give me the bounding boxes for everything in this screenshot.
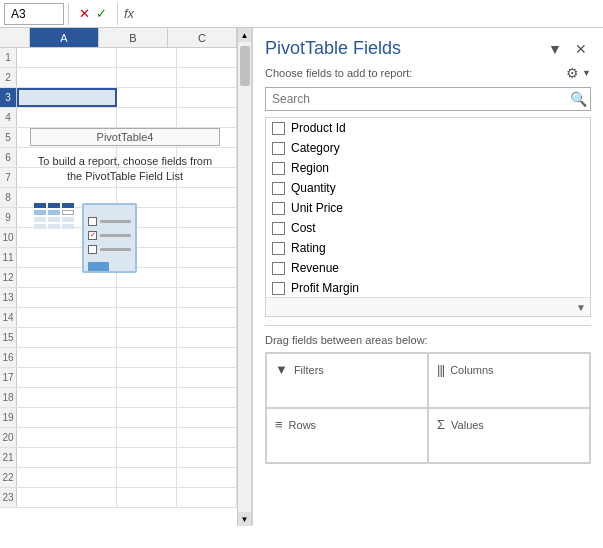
field-checkbox-category[interactable] — [272, 142, 285, 155]
rows-area: 1 2 3 — [0, 48, 237, 526]
cell-c2[interactable] — [177, 68, 237, 87]
field-item-cost[interactable]: Cost — [266, 218, 590, 238]
cell-b13[interactable] — [117, 288, 177, 307]
rows-label: Rows — [289, 419, 317, 431]
cell-b21[interactable] — [117, 448, 177, 467]
field-item-rating[interactable]: Rating — [266, 238, 590, 258]
cell-a19[interactable] — [17, 408, 117, 427]
cell-b22[interactable] — [117, 468, 177, 487]
field-checkbox-rating[interactable] — [272, 242, 285, 255]
scroll-down-arrow[interactable]: ▼ — [238, 512, 252, 526]
panel-header: PivotTable Fields ▼ ✕ — [253, 28, 603, 65]
cell-reference-box[interactable]: A3 — [4, 3, 64, 25]
field-label-region: Region — [291, 161, 329, 175]
vertical-scrollbar[interactable]: ▲ ▼ — [237, 28, 251, 526]
drop-zone-filters[interactable]: ▼ Filters — [266, 353, 428, 408]
scroll-thumb[interactable] — [240, 46, 250, 86]
cell-a18[interactable] — [17, 388, 117, 407]
field-item-product-id[interactable]: Product Id — [266, 118, 590, 138]
scroll-up-arrow[interactable]: ▲ — [238, 28, 252, 42]
gear-button[interactable]: ⚙ ▼ — [566, 65, 591, 81]
cell-c15[interactable] — [177, 328, 237, 347]
table-row: 1 — [0, 48, 237, 68]
field-checkbox-region[interactable] — [272, 162, 285, 175]
cell-c21[interactable] — [177, 448, 237, 467]
cell-a1[interactable] — [17, 48, 117, 67]
cell-b15[interactable] — [117, 328, 177, 347]
field-item-profit-margin[interactable]: Profit Margin — [266, 278, 590, 298]
doc-check-line — [100, 248, 131, 251]
field-item-quantity[interactable]: Quantity — [266, 178, 590, 198]
cell-b1[interactable] — [117, 48, 177, 67]
cell-c16[interactable] — [177, 348, 237, 367]
cell-b2[interactable] — [117, 68, 177, 87]
collapse-button[interactable]: ▼ — [545, 39, 565, 59]
cell-a2[interactable] — [17, 68, 117, 87]
cell-b3[interactable] — [117, 88, 177, 107]
columns-label: Columns — [450, 364, 493, 376]
drop-zone-columns[interactable]: ||| Columns — [428, 353, 590, 408]
cell-c1[interactable] — [177, 48, 237, 67]
field-checkbox-product-id[interactable] — [272, 122, 285, 135]
table-row: 17 — [0, 368, 237, 388]
cell-a14[interactable] — [17, 308, 117, 327]
field-checkbox-quantity[interactable] — [272, 182, 285, 195]
list-scroll-down[interactable]: ▼ — [266, 297, 590, 316]
cell-b4[interactable] — [117, 108, 177, 127]
cell-c17[interactable] — [177, 368, 237, 387]
cell-a3[interactable] — [17, 88, 117, 107]
field-checkbox-profit-margin[interactable] — [272, 282, 285, 295]
cell-a13[interactable] — [17, 288, 117, 307]
scroll-track[interactable] — [238, 42, 252, 512]
cancel-icon[interactable]: ✕ — [79, 6, 90, 21]
cell-a15[interactable] — [17, 328, 117, 347]
cell-c23[interactable] — [177, 488, 237, 507]
field-item-region[interactable]: Region — [266, 158, 590, 178]
drop-zone-rows[interactable]: ≡ Rows — [266, 408, 428, 463]
cell-b20[interactable] — [117, 428, 177, 447]
drop-zones: ▼ Filters ||| Columns ≡ Rows — [265, 352, 591, 464]
table-row: 22 — [0, 468, 237, 488]
cell-c13[interactable] — [177, 288, 237, 307]
field-checkbox-cost[interactable] — [272, 222, 285, 235]
cell-c3[interactable] — [177, 88, 237, 107]
cell-c20[interactable] — [177, 428, 237, 447]
search-input[interactable] — [266, 92, 566, 106]
cell-a17[interactable] — [17, 368, 117, 387]
col-header-c[interactable]: C — [168, 28, 237, 47]
cell-c19[interactable] — [177, 408, 237, 427]
cell-c4[interactable] — [177, 108, 237, 127]
cell-a22[interactable] — [17, 468, 117, 487]
field-item-revenue[interactable]: Revenue — [266, 258, 590, 278]
cell-b18[interactable] — [117, 388, 177, 407]
close-button[interactable]: ✕ — [571, 39, 591, 59]
cell-b23[interactable] — [117, 488, 177, 507]
col-header-b[interactable]: B — [99, 28, 168, 47]
table-row: 20 — [0, 428, 237, 448]
field-item-unit-price[interactable]: Unit Price — [266, 198, 590, 218]
search-icon[interactable]: 🔍 — [566, 87, 590, 111]
field-label-rating: Rating — [291, 241, 326, 255]
cell-a20[interactable] — [17, 428, 117, 447]
cell-b14[interactable] — [117, 308, 177, 327]
table-row: 3 — [0, 88, 237, 108]
cell-c14[interactable] — [177, 308, 237, 327]
cell-c18[interactable] — [177, 388, 237, 407]
cell-c22[interactable] — [177, 468, 237, 487]
cell-b19[interactable] — [117, 408, 177, 427]
col-header-a[interactable]: A — [30, 28, 99, 47]
field-checkbox-unit-price[interactable] — [272, 202, 285, 215]
field-checkbox-revenue[interactable] — [272, 262, 285, 275]
field-label-profit-margin: Profit Margin — [291, 281, 359, 295]
cell-a23[interactable] — [17, 488, 117, 507]
formula-input[interactable] — [144, 7, 599, 21]
drop-zone-values[interactable]: Σ Values — [428, 408, 590, 463]
cell-a21[interactable] — [17, 448, 117, 467]
field-item-category[interactable]: Category — [266, 138, 590, 158]
cell-b17[interactable] — [117, 368, 177, 387]
cell-b16[interactable] — [117, 348, 177, 367]
cell-a4[interactable] — [17, 108, 117, 127]
confirm-icon[interactable]: ✓ — [96, 6, 107, 21]
cell-a16[interactable] — [17, 348, 117, 367]
table-row: 18 — [0, 388, 237, 408]
